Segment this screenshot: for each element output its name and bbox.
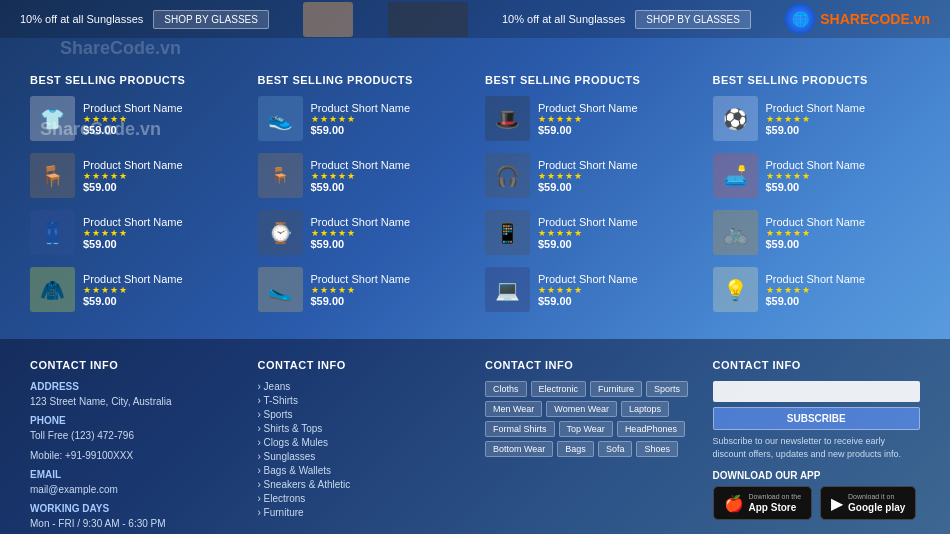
- product-price: $59.00: [766, 238, 921, 250]
- product-info: Product Short Name ★★★★★ $59.00: [83, 273, 238, 307]
- product-item[interactable]: 🚲 Product Short Name ★★★★★ $59.00: [713, 210, 921, 255]
- footer-link-sunglasses[interactable]: Sunglasses: [258, 451, 466, 462]
- footer-contact: CONTACT INFO ADDRESS 123 Street Name, Ci…: [20, 359, 248, 534]
- product-name: Product Short Name: [83, 159, 238, 171]
- product-price: $59.00: [311, 238, 466, 250]
- footer-col1-title: CONTACT INFO: [30, 359, 238, 371]
- product-info: Product Short Name ★★★★★ $59.00: [311, 273, 466, 307]
- tag-headphones[interactable]: HeadPhones: [617, 421, 685, 437]
- tag-bags[interactable]: Bags: [557, 441, 594, 457]
- product-stars: ★★★★★: [83, 228, 238, 238]
- product-price: $59.00: [538, 124, 693, 136]
- product-price: $59.00: [538, 181, 693, 193]
- col1-title: BEST SELLING PRODUCTS: [30, 74, 238, 86]
- product-name: Product Short Name: [766, 273, 921, 285]
- tag-women-wear[interactable]: Women Wear: [546, 401, 617, 417]
- product-info: Product Short Name ★★★★★ $59.00: [311, 102, 466, 136]
- address-text: 123 Street Name, City, Australia: [30, 395, 238, 409]
- product-name: Product Short Name: [83, 102, 238, 114]
- tag-electronic[interactable]: Electronic: [531, 381, 587, 397]
- products-grid: ShareCode.vn BEST SELLING PRODUCTS 👕 Pro…: [0, 59, 950, 334]
- product-item[interactable]: 👖 Product Short Name ★★★★★ $59.00: [30, 210, 238, 255]
- tag-men-wear[interactable]: Men Wear: [485, 401, 542, 417]
- footer-link-furniture[interactable]: Furniture: [258, 507, 466, 518]
- footer-link-bags[interactable]: Bags & Wallets: [258, 465, 466, 476]
- shop-glasses-btn-right[interactable]: SHOP BY GLASSES: [635, 10, 751, 29]
- tag-sports[interactable]: Sports: [646, 381, 688, 397]
- product-info: Product Short Name ★★★★★ $59.00: [766, 216, 921, 250]
- product-item[interactable]: 🪑 Product Short Name ★★★★★ $59.00: [258, 153, 466, 198]
- logo-main: SHARE: [820, 11, 869, 27]
- product-image: ⌚: [258, 210, 303, 255]
- footer-link-electrons[interactable]: Electrons: [258, 493, 466, 504]
- product-name: Product Short Name: [766, 102, 921, 114]
- product-image: 🚲: [713, 210, 758, 255]
- product-column-4: BEST SELLING PRODUCTS ⚽ Product Short Na…: [703, 74, 931, 324]
- product-stars: ★★★★★: [766, 171, 921, 181]
- tag-shoes[interactable]: Shoes: [636, 441, 678, 457]
- product-stars: ★★★★★: [83, 171, 238, 181]
- product-name: Product Short Name: [538, 273, 693, 285]
- product-stars: ★★★★★: [538, 285, 693, 295]
- product-item[interactable]: 💡 Product Short Name ★★★★★ $59.00: [713, 267, 921, 312]
- google-play-button[interactable]: ▶ Download it on Google play: [820, 486, 916, 520]
- product-item[interactable]: 👕 Product Short Name ★★★★★ $59.00: [30, 96, 238, 141]
- logo-code: CODE: [869, 11, 909, 27]
- app-store-button[interactable]: 🍎 Download on the App Store: [713, 486, 813, 520]
- product-stars: ★★★★★: [766, 228, 921, 238]
- product-info: Product Short Name ★★★★★ $59.00: [766, 273, 921, 307]
- product-item[interactable]: 🪑 Product Short Name ★★★★★ $59.00: [30, 153, 238, 198]
- banner-left: 10% off at all Sunglasses SHOP BY GLASSE…: [20, 10, 269, 29]
- col2-title: BEST SELLING PRODUCTS: [258, 74, 466, 86]
- subscribe-button[interactable]: SUBSCRIBE: [713, 407, 921, 430]
- product-info: Product Short Name ★★★★★ $59.00: [538, 216, 693, 250]
- footer-link-jeans[interactable]: Jeans: [258, 381, 466, 392]
- banner-right: 10% off at all Sunglasses SHOP BY GLASSE…: [502, 10, 751, 29]
- product-name: Product Short Name: [766, 216, 921, 228]
- tag-sofa[interactable]: Sofa: [598, 441, 633, 457]
- product-name: Product Short Name: [311, 273, 466, 285]
- product-item[interactable]: ⚽ Product Short Name ★★★★★ $59.00: [713, 96, 921, 141]
- product-name: Product Short Name: [311, 159, 466, 171]
- phone2-text: Mobile: +91-99100XXX: [30, 449, 238, 463]
- product-price: $59.00: [311, 295, 466, 307]
- apple-icon: 🍎: [724, 494, 744, 513]
- footer-link-tshirts[interactable]: T-Shirts: [258, 395, 466, 406]
- product-item[interactable]: 🎧 Product Short Name ★★★★★ $59.00: [485, 153, 693, 198]
- tag-bottom-wear[interactable]: Bottom Wear: [485, 441, 553, 457]
- product-item[interactable]: 👟 Product Short Name ★★★★★ $59.00: [258, 96, 466, 141]
- tag-formal-shirts[interactable]: Formal Shirts: [485, 421, 555, 437]
- product-item[interactable]: 🎩 Product Short Name ★★★★★ $59.00: [485, 96, 693, 141]
- phone1-text: Toll Free (123) 472-796: [30, 429, 238, 443]
- footer-link-sneakers[interactable]: Sneakers & Athletic: [258, 479, 466, 490]
- product-image: 🧥: [30, 267, 75, 312]
- phone-label: PHONE: [30, 415, 238, 426]
- product-item[interactable]: 🛋️ Product Short Name ★★★★★ $59.00: [713, 153, 921, 198]
- tag-laptops[interactable]: Laptops: [621, 401, 669, 417]
- product-item[interactable]: ⌚ Product Short Name ★★★★★ $59.00: [258, 210, 466, 255]
- product-stars: ★★★★★: [311, 228, 466, 238]
- tags-container: Cloths Electronic Furniture Sports Men W…: [485, 381, 693, 457]
- product-item[interactable]: 📱 Product Short Name ★★★★★ $59.00: [485, 210, 693, 255]
- product-name: Product Short Name: [311, 216, 466, 228]
- tag-cloths[interactable]: Cloths: [485, 381, 527, 397]
- download-app-title: DOWNLOAD OUR APP: [713, 470, 921, 481]
- logo-suffix: .vn: [910, 11, 930, 27]
- product-item[interactable]: 💻 Product Short Name ★★★★★ $59.00: [485, 267, 693, 312]
- footer-link-shirts[interactable]: Shirts & Tops: [258, 423, 466, 434]
- shop-glasses-btn-left[interactable]: SHOP BY GLASSES: [153, 10, 269, 29]
- footer-link-sports[interactable]: Sports: [258, 409, 466, 420]
- email-label: EMAIL: [30, 469, 238, 480]
- footer-link-clogs[interactable]: Clogs & Mules: [258, 437, 466, 448]
- top-banner: 10% off at all Sunglasses SHOP BY GLASSE…: [0, 0, 950, 38]
- product-name: Product Short Name: [538, 102, 693, 114]
- product-info: Product Short Name ★★★★★ $59.00: [766, 102, 921, 136]
- footer-col2-title: CONTACT INFO: [258, 359, 466, 371]
- newsletter-input[interactable]: [713, 381, 921, 402]
- tag-top-wear[interactable]: Top Wear: [559, 421, 613, 437]
- product-stars: ★★★★★: [311, 171, 466, 181]
- tag-furniture[interactable]: Furniture: [590, 381, 642, 397]
- product-item[interactable]: 🥿 Product Short Name ★★★★★ $59.00: [258, 267, 466, 312]
- product-info: Product Short Name ★★★★★ $59.00: [311, 216, 466, 250]
- product-item[interactable]: 🧥 Product Short Name ★★★★★ $59.00: [30, 267, 238, 312]
